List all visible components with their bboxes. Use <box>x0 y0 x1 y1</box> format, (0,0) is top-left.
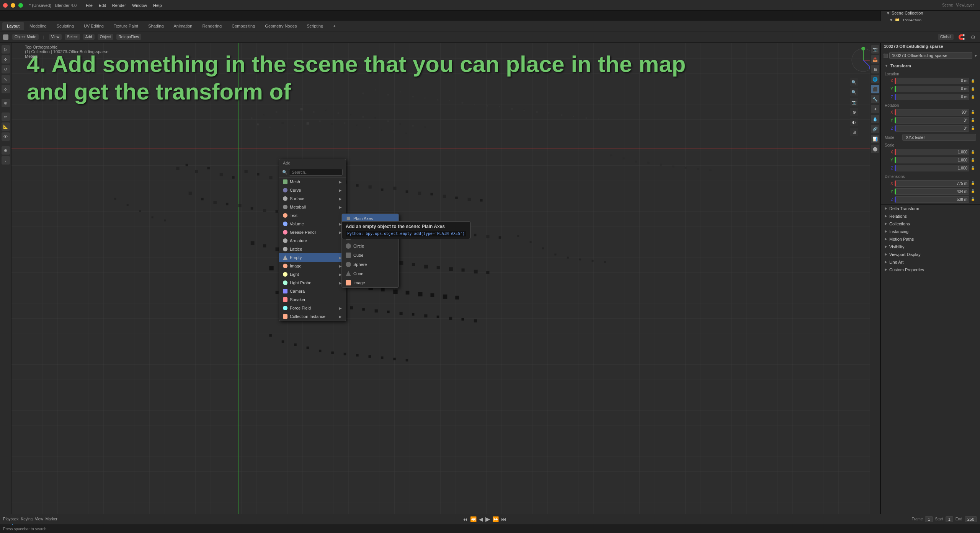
section-visibility[interactable]: Visibility <box>881 243 980 251</box>
overlay-btn[interactable]: ⊕ <box>850 108 858 116</box>
prop-icon-output[interactable]: 📤 <box>871 55 879 64</box>
tool-transform[interactable]: ⊹ <box>2 85 10 93</box>
dim-z-value[interactable]: 538 m <box>895 196 969 203</box>
playback-dropdown[interactable]: Playback <box>3 517 19 521</box>
tab-texture-paint[interactable]: Texture Paint <box>109 22 143 30</box>
ctx-item-mesh[interactable]: Mesh ▶ <box>279 178 346 186</box>
object-btn[interactable]: Object <box>98 34 113 40</box>
ctx-item-volume[interactable]: Volume ▶ <box>279 220 346 228</box>
ctx-item-surface[interactable]: Surface ▶ <box>279 194 346 203</box>
scale-y-value[interactable]: 1.000 <box>895 157 969 163</box>
tab-modeling[interactable]: Modeling <box>25 22 51 30</box>
tab-layout[interactable]: Layout <box>2 22 24 30</box>
section-motion-paths[interactable]: Motion Paths <box>881 235 980 243</box>
next-frame-btn[interactable]: ⏩ <box>492 516 499 522</box>
proportional-icon[interactable]: ⊙ <box>971 34 975 40</box>
viewport-shading-btn[interactable]: ◐ <box>850 118 858 126</box>
ctx-item-light[interactable]: Light ▶ <box>279 270 346 279</box>
menu-edit[interactable]: Edit <box>96 2 109 8</box>
dim-x-value[interactable]: 775 m <box>895 180 969 187</box>
tool-select[interactable]: ▷ <box>2 45 10 54</box>
tab-sculpting[interactable]: Sculpting <box>52 22 78 30</box>
zoom-in-btn[interactable]: 🔍 <box>850 78 858 86</box>
ctx-item-empty[interactable]: Empty ▶ <box>279 253 346 262</box>
tool-extra[interactable]: ⋮ <box>2 156 10 165</box>
view-dropdown[interactable]: View <box>35 517 43 521</box>
add-btn[interactable]: Add <box>83 34 95 40</box>
scale-z-lock[interactable]: 🔓 <box>971 166 975 171</box>
tab-add-workspace[interactable]: + <box>328 22 340 30</box>
prop-icon-physics[interactable]: 💧 <box>871 115 879 123</box>
end-frame-input[interactable]: 250 <box>965 516 977 522</box>
ctx-item-speaker[interactable]: Speaker <box>279 295 346 304</box>
play-btn[interactable]: ▶ <box>485 515 490 523</box>
tool-rotate[interactable]: ↺ <box>2 65 10 73</box>
ctx-item-collection[interactable]: Collection Instance ▶ <box>279 312 346 321</box>
dim-y-value[interactable]: 404 m <box>895 188 969 195</box>
grid-btn[interactable]: ⊞ <box>850 128 858 136</box>
scale-x-lock[interactable]: 🔓 <box>971 150 975 155</box>
object-mode-btn[interactable]: Object Mode <box>12 34 39 40</box>
tab-compositing[interactable]: Compositing <box>227 22 260 30</box>
main-viewport[interactable]: Top Orthographic (1) Collection | 100273… <box>11 43 880 514</box>
jump-start-btn[interactable]: ⏮ <box>462 516 468 522</box>
menu-window[interactable]: Window <box>129 2 150 8</box>
section-delta-transform[interactable]: Delta Transform <box>881 205 980 212</box>
ctx-item-image[interactable]: Image ▶ <box>279 262 346 270</box>
obj-name-input[interactable] <box>889 52 972 59</box>
snap-icon[interactable]: 🧲 <box>958 34 965 40</box>
rot-z-lock[interactable]: 🔓 <box>971 126 975 131</box>
marker-dropdown[interactable]: Marker <box>46 517 57 521</box>
transform-header[interactable]: ▼ Transform <box>881 61 980 70</box>
menu-file[interactable]: File <box>83 2 96 8</box>
scale-z-value[interactable]: 1.000 <box>895 165 969 171</box>
menu-help[interactable]: Help <box>150 2 165 8</box>
ctx-item-camera[interactable]: Camera <box>279 287 346 295</box>
tool-scale[interactable]: ⤡ <box>2 75 10 83</box>
tool-annotate[interactable]: ✏ <box>2 112 10 121</box>
section-viewport-display[interactable]: Viewport Display <box>881 251 980 258</box>
prop-icon-object[interactable]: ⬛ <box>871 85 879 93</box>
ctx-item-grease-pencil[interactable]: Grease Pencil ▶ <box>279 228 346 236</box>
tab-shading[interactable]: Shading <box>144 22 168 30</box>
loc-z-value[interactable]: 0 m <box>895 94 969 100</box>
sub-cone[interactable]: Cone <box>342 269 399 278</box>
rotation-mode-dropdown[interactable]: XYZ Euler <box>902 134 976 141</box>
section-custom-properties[interactable]: Custom Properties <box>881 266 980 274</box>
ctx-item-curve[interactable]: Curve ▶ <box>279 186 346 194</box>
dim-x-lock[interactable]: 🔓 <box>971 181 975 186</box>
camera-view-btn[interactable]: 📷 <box>850 98 858 106</box>
loc-x-lock[interactable]: 🔓 <box>971 79 975 83</box>
tool-cursor[interactable]: ⊕ <box>2 99 10 107</box>
loc-z-lock[interactable]: 🔓 <box>971 95 975 99</box>
sub-cube[interactable]: Cube <box>342 251 399 260</box>
section-line-art[interactable]: Line Art <box>881 258 980 266</box>
loc-x-value[interactable]: 0 m <box>895 78 969 84</box>
rot-x-lock[interactable]: 🔓 <box>971 110 975 115</box>
scale-x-value[interactable]: 1.000 <box>895 149 969 155</box>
current-frame-input[interactable]: 1 <box>925 516 933 522</box>
dim-y-lock[interactable]: 🔓 <box>971 189 975 194</box>
transform-orient-btn[interactable]: Global <box>938 34 954 40</box>
tab-uv-editing[interactable]: UV Editing <box>79 22 108 30</box>
select-btn[interactable]: Select <box>65 34 80 40</box>
tab-scripting[interactable]: Scripting <box>302 22 328 30</box>
prop-icon-render[interactable]: 📷 <box>871 45 879 54</box>
loc-y-lock[interactable]: 🔓 <box>971 87 975 91</box>
ctx-item-force-field[interactable]: Force Field ▶ <box>279 304 346 312</box>
tab-geometry-nodes[interactable]: Geometry Nodes <box>260 22 301 30</box>
sub-circle[interactable]: Circle <box>342 241 399 251</box>
rot-y-lock[interactable]: 🔓 <box>971 118 975 123</box>
tab-rendering[interactable]: Rendering <box>198 22 226 30</box>
sub-sphere[interactable]: Sphere <box>342 260 399 269</box>
prev-frame-btn[interactable]: ⏪ <box>470 516 477 522</box>
prop-icon-material[interactable]: ⬤ <box>871 145 879 153</box>
prop-icon-particle[interactable]: ✦ <box>871 105 879 113</box>
minimize-button[interactable] <box>11 3 15 8</box>
jump-end-btn[interactable]: ⏭ <box>501 516 506 522</box>
prop-icon-data[interactable]: 📊 <box>871 135 879 143</box>
close-button[interactable] <box>3 3 8 8</box>
loc-y-value[interactable]: 0 m <box>895 86 969 92</box>
tool-move[interactable]: ✛ <box>2 55 10 64</box>
prop-icon-view[interactable]: 🖥 <box>871 65 879 73</box>
